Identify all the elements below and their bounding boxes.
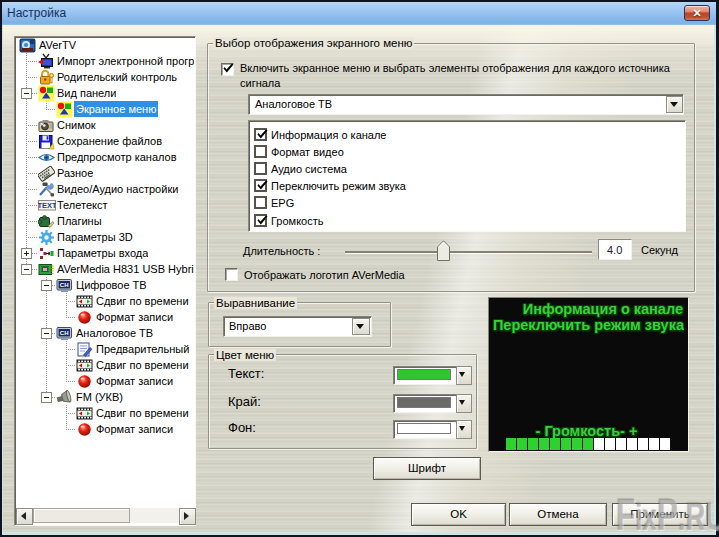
svg-text:CH: CH: [60, 330, 69, 336]
svg-text:TEXT: TEXT: [38, 201, 56, 210]
svg-text:CH: CH: [60, 282, 69, 288]
